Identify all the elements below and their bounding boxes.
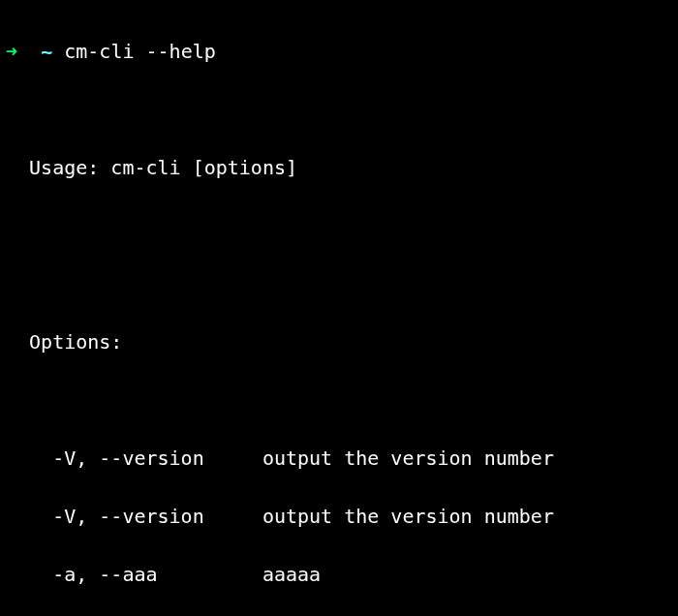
command-1: cm-cli --help (64, 40, 216, 63)
prompt-line-1: ➜ ~ cm-cli --help (6, 37, 672, 66)
option-flag: -a, --aaa (6, 563, 262, 586)
blank-line (6, 385, 672, 415)
option-row: -V, --version output the version number (6, 444, 672, 473)
blank-line (6, 269, 672, 298)
option-row: -a, --aaa aaaaa (6, 560, 672, 589)
option-row: -V, --version output the version number (6, 502, 672, 531)
blank-line (6, 95, 672, 124)
options-header: Options: (6, 327, 672, 356)
option-flag: -V, --version (6, 505, 262, 528)
terminal[interactable]: ➜ ~ cm-cli --help Usage: cm-cli [options… (0, 0, 678, 616)
option-flag: -V, --version (6, 447, 262, 470)
option-desc: output the version number (262, 505, 554, 528)
usage-line: Usage: cm-cli [options] (6, 153, 672, 182)
option-desc: aaaaa (262, 563, 321, 586)
blank-line (6, 211, 672, 240)
prompt-arrow: ➜ (6, 40, 17, 63)
option-desc: output the version number (262, 447, 554, 470)
prompt-tilde: ~ (41, 40, 52, 63)
